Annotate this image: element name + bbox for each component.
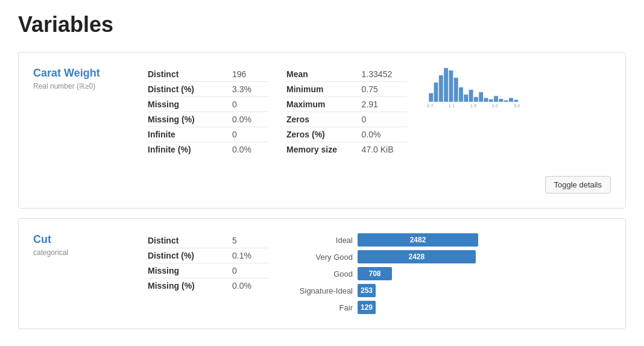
svg-rect-15 (504, 100, 508, 101)
bar-label: Good (286, 269, 353, 278)
bar-label: Ideal (286, 236, 353, 245)
svg-rect-8 (469, 90, 473, 102)
svg-text:1.1: 1.1 (449, 103, 455, 109)
card-body: Carat Weight Real number (ℝ≥0) Distinct … (33, 67, 611, 157)
stat-value: 0.75 (362, 82, 407, 97)
stat-value: 0 (232, 127, 268, 142)
svg-rect-7 (464, 95, 468, 102)
bar-label: Signature-Ideal (286, 286, 353, 295)
svg-rect-17 (514, 100, 518, 102)
card-cut: Cut categorical Distinct 5 Distinct (%) … (18, 218, 626, 329)
svg-text:1.5: 1.5 (470, 103, 476, 109)
stat-value: 47.0 KiB (362, 142, 407, 157)
stat-label: Missing (148, 97, 232, 112)
stat-row: Missing (%) 0.0% (148, 112, 268, 127)
bar-container: 708 (358, 267, 392, 280)
stat-label: Maximum (286, 97, 362, 112)
stat-value: 3.3% (232, 82, 268, 97)
svg-rect-3 (444, 68, 448, 102)
svg-text:2.0: 2.0 (492, 103, 498, 109)
svg-text:0.7: 0.7 (427, 103, 433, 109)
stat-label: Missing (%) (148, 278, 232, 294)
svg-rect-10 (479, 92, 483, 102)
stat-row: Missing 0 (148, 97, 268, 112)
bar-container: 253 (358, 284, 376, 297)
stat-row: Infinite (%) 0.0% (148, 142, 268, 157)
bar-row: Signature-Ideal 253 (286, 284, 478, 297)
stat-value: 0 (232, 97, 268, 112)
var-type: categorical (33, 248, 130, 257)
bar-row: Good 708 (286, 267, 478, 280)
stat-row: Mean 1.33452 (286, 67, 407, 82)
stat-row: Minimum 0.75 (286, 82, 407, 97)
stat-label: Minimum (286, 82, 362, 97)
bar-value: 2428 (405, 253, 428, 261)
stat-row: Distinct (%) 0.1% (148, 248, 268, 263)
bar-label: Very Good (286, 253, 353, 262)
var-label-section: Carat Weight Real number (ℝ≥0) (33, 67, 130, 90)
stat-value: 2.91 (362, 97, 407, 112)
bar-label: Fair (286, 303, 353, 312)
bar-fill: 253 (358, 284, 376, 297)
stat-label: Distinct (148, 67, 232, 82)
stat-label: Distinct (%) (148, 82, 232, 97)
stat-label: Zeros (286, 112, 362, 127)
stat-row: Zeros 0 (286, 112, 407, 127)
stat-value: 0.0% (232, 142, 268, 157)
stat-value: 0.0% (232, 112, 268, 127)
stat-value: 0.0% (232, 278, 268, 294)
bar-fill: 129 (358, 301, 376, 314)
stat-label: Memory size (286, 142, 362, 157)
stat-label: Zeros (%) (286, 127, 362, 142)
stat-value: 196 (232, 67, 268, 82)
stat-value: 5 (232, 233, 268, 248)
bar-container: 129 (358, 301, 376, 314)
bar-chart: Ideal 2482 Very Good 2428 (286, 233, 478, 314)
stat-value: 0.0% (362, 127, 407, 142)
stat-row: Memory size 47.0 KiB (286, 142, 407, 157)
bar-row: Fair 129 (286, 301, 478, 314)
stat-label: Missing (148, 263, 232, 278)
bar-container: 2482 (358, 233, 478, 247)
bar-row: Very Good 2428 (286, 250, 478, 263)
svg-rect-4 (449, 71, 453, 102)
stat-value: 0 (232, 263, 268, 278)
stat-value: 1.33452 (362, 67, 407, 82)
svg-rect-5 (454, 78, 458, 102)
bar-container: 2428 (358, 250, 476, 263)
card-body: Cut categorical Distinct 5 Distinct (%) … (33, 233, 611, 314)
toggle-details-button[interactable]: Toggle details (545, 176, 611, 193)
bar-row: Ideal 2482 (286, 233, 478, 247)
stat-value: 0.1% (232, 248, 268, 263)
stat-row: Distinct 196 (148, 67, 268, 82)
stat-label: Infinite (%) (148, 142, 232, 157)
svg-rect-2 (439, 75, 443, 102)
var-name: Carat Weight (33, 67, 130, 80)
stat-label: Missing (%) (148, 112, 232, 127)
var-type: Real number (ℝ≥0) (33, 82, 130, 90)
stat-value: 0 (362, 112, 407, 127)
card-carat-weight: Carat Weight Real number (ℝ≥0) Distinct … (18, 52, 626, 209)
page-title: Variables (18, 12, 626, 37)
svg-rect-1 (434, 83, 438, 102)
svg-rect-11 (484, 98, 488, 101)
stat-row: Missing (%) 0.0% (148, 278, 268, 294)
card-footer: Toggle details (33, 166, 611, 193)
stat-row: Infinite 0 (148, 127, 268, 142)
stat-label: Distinct (%) (148, 248, 232, 263)
stat-label: Mean (286, 67, 362, 82)
svg-rect-6 (459, 87, 463, 102)
stat-row: Missing 0 (148, 263, 268, 278)
svg-rect-0 (429, 93, 433, 101)
bar-fill: 708 (358, 267, 392, 280)
stats-left-table: Distinct 5 Distinct (%) 0.1% Missing 0 (148, 233, 268, 293)
bar-fill: 2482 (358, 233, 478, 247)
histogram-chart: 0.71.11.52.03.0 (425, 67, 522, 109)
bar-value: 2482 (406, 236, 430, 244)
var-name: Cut (33, 233, 130, 246)
svg-rect-9 (474, 97, 478, 102)
svg-rect-14 (499, 99, 503, 102)
svg-rect-13 (494, 96, 498, 102)
stat-row: Zeros (%) 0.0% (286, 127, 407, 142)
svg-rect-12 (489, 99, 493, 102)
